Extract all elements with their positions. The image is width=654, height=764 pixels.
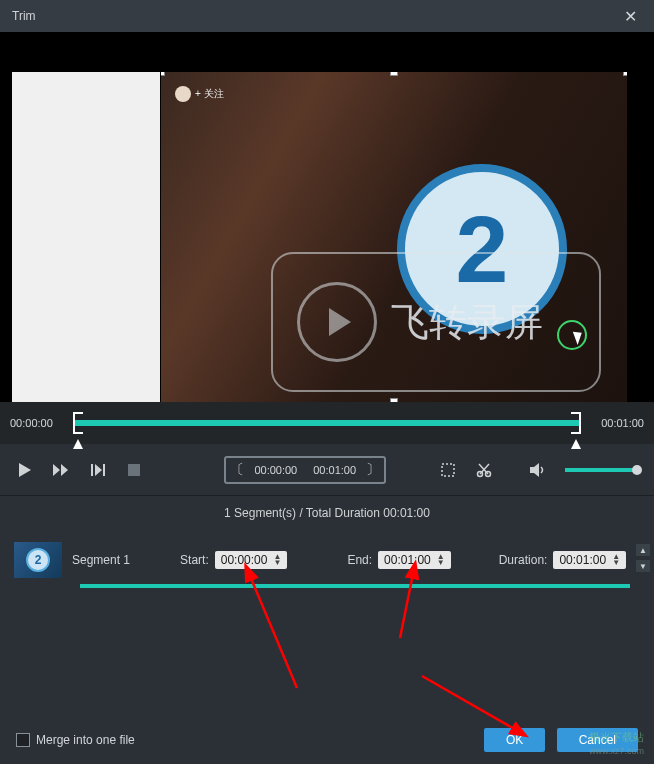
step-forward-button[interactable] bbox=[88, 460, 106, 480]
svg-rect-9 bbox=[442, 464, 454, 476]
ok-button[interactable]: OK bbox=[484, 728, 545, 752]
segment-track[interactable] bbox=[80, 584, 630, 588]
follow-label: + 关注 bbox=[195, 87, 224, 101]
fast-forward-button[interactable] bbox=[52, 460, 70, 480]
recorder-overlay: 飞转录屏 bbox=[271, 252, 601, 392]
crop-button[interactable] bbox=[438, 460, 456, 480]
empty-crop-area bbox=[12, 72, 160, 402]
thumb-countdown-icon: 2 bbox=[26, 548, 50, 572]
cancel-button[interactable]: Cancel bbox=[557, 728, 638, 752]
segment-name: Segment 1 bbox=[72, 553, 130, 567]
cut-button[interactable] bbox=[475, 460, 493, 480]
volume-slider[interactable] bbox=[565, 468, 638, 472]
merge-checkbox[interactable] bbox=[16, 733, 30, 747]
svg-rect-8 bbox=[128, 464, 140, 476]
svg-rect-7 bbox=[103, 464, 105, 476]
volume-thumb[interactable] bbox=[632, 465, 642, 475]
window-title: Trim bbox=[12, 9, 36, 23]
range-end[interactable]: 00:01:00 bbox=[307, 464, 362, 476]
bracket-right-icon: 〕 bbox=[366, 461, 380, 479]
segment-row[interactable]: 2 Segment 1 Start: 00:00:00 ▲▼ End: 00:0… bbox=[0, 530, 654, 590]
svg-marker-14 bbox=[530, 463, 539, 477]
svg-marker-1 bbox=[571, 439, 581, 449]
svg-marker-6 bbox=[95, 464, 102, 476]
avatar-icon bbox=[175, 86, 191, 102]
svg-rect-5 bbox=[91, 464, 93, 476]
bracket-left-icon: 〔 bbox=[230, 461, 244, 479]
playhead-end-icon bbox=[571, 438, 581, 452]
close-icon: ✕ bbox=[624, 7, 637, 26]
timeline[interactable]: 00:00:00 00:01:00 bbox=[0, 402, 654, 444]
spinner-arrows-icon[interactable]: ▲▼ bbox=[612, 554, 620, 566]
segment-down-button[interactable]: ▼ bbox=[636, 560, 650, 572]
end-time-input[interactable]: 00:01:00 ▲▼ bbox=[378, 551, 451, 569]
bottom-bar: Merge into one file OK Cancel bbox=[0, 716, 654, 764]
video-badge: + 关注 bbox=[175, 86, 224, 102]
playhead-icon[interactable] bbox=[73, 438, 83, 452]
end-label: End: bbox=[347, 553, 372, 567]
range-start[interactable]: 00:00:00 bbox=[248, 464, 303, 476]
segment-up-button[interactable]: ▲ bbox=[636, 544, 650, 556]
spinner-arrows-icon[interactable]: ▲▼ bbox=[273, 554, 281, 566]
start-label: Start: bbox=[180, 553, 209, 567]
timeline-start-label: 00:00:00 bbox=[10, 417, 65, 429]
play-button[interactable] bbox=[16, 460, 34, 480]
spinner-arrows-icon[interactable]: ▲▼ bbox=[437, 554, 445, 566]
video-frame[interactable]: + 关注 2 飞转录屏 bbox=[161, 72, 627, 402]
trim-handle-left[interactable] bbox=[73, 412, 83, 434]
control-bar: 〔 00:00:00 00:01:00 〕 bbox=[0, 444, 654, 496]
selection-handle[interactable] bbox=[390, 72, 398, 76]
svg-marker-0 bbox=[73, 439, 83, 449]
segment-thumbnail[interactable]: 2 bbox=[14, 542, 62, 578]
selection-handle[interactable] bbox=[161, 72, 165, 76]
overlay-label: 飞转录屏 bbox=[391, 297, 543, 348]
stop-button[interactable] bbox=[125, 460, 143, 480]
timeline-fill bbox=[75, 420, 579, 426]
duration-label: Duration: bbox=[499, 553, 548, 567]
segments-empty-area bbox=[0, 590, 654, 728]
title-bar: Trim ✕ bbox=[0, 0, 654, 32]
volume-icon[interactable] bbox=[529, 460, 547, 480]
timeline-track[interactable] bbox=[75, 420, 579, 426]
svg-marker-3 bbox=[53, 464, 60, 476]
timeline-end-label: 00:01:00 bbox=[589, 417, 644, 429]
selection-handle[interactable] bbox=[623, 72, 627, 76]
duration-input[interactable]: 00:01:00 ▲▼ bbox=[553, 551, 626, 569]
segment-summary: 1 Segment(s) / Total Duration 00:01:00 bbox=[0, 496, 654, 530]
range-selector[interactable]: 〔 00:00:00 00:01:00 〕 bbox=[224, 456, 386, 484]
trim-handle-right[interactable] bbox=[571, 412, 581, 434]
video-preview: + 关注 2 飞转录屏 bbox=[0, 32, 654, 402]
svg-marker-2 bbox=[19, 463, 31, 477]
svg-marker-4 bbox=[61, 464, 68, 476]
close-button[interactable]: ✕ bbox=[610, 0, 650, 32]
record-icon bbox=[297, 282, 377, 362]
merge-label: Merge into one file bbox=[36, 733, 135, 747]
start-time-input[interactable]: 00:00:00 ▲▼ bbox=[215, 551, 288, 569]
